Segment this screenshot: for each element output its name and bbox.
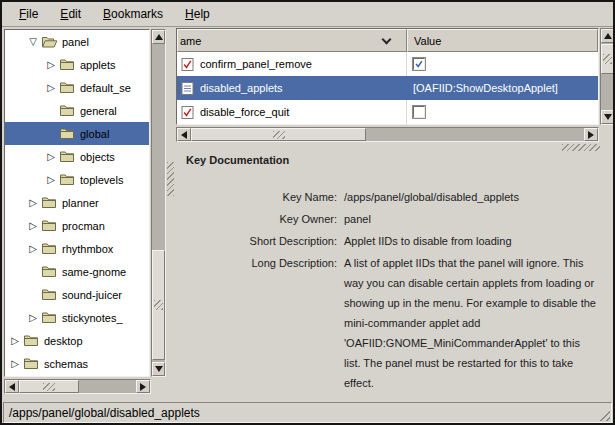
tree-item-general[interactable]: general: [5, 99, 149, 122]
resize-grip-icon[interactable]: [595, 406, 610, 421]
tree-item-toplevels[interactable]: ▷toplevels: [5, 168, 149, 191]
vertical-pane-splitter[interactable]: [167, 162, 174, 196]
scroll-right-button[interactable]: [136, 380, 150, 393]
expander-closed-icon[interactable]: ▷: [43, 152, 59, 162]
tree-item-planner[interactable]: ▷planner: [5, 191, 149, 214]
key-documentation-panel: Key Documentation Key Name:/apps/panel/g…: [176, 152, 612, 395]
table-row-disabled_applets[interactable]: disabled_applets[OAFIID:ShowDesktopApple…: [177, 76, 598, 100]
boolean-key-icon: [181, 57, 195, 72]
table-body: confirm_panel_removedisabled_applets[OAF…: [177, 52, 598, 124]
menu-bookmarks[interactable]: Bookmarks: [94, 4, 172, 24]
tree-item-label: panel: [61, 36, 89, 48]
tree-item-schemas[interactable]: ▷schemas: [5, 352, 149, 375]
table-vertical-scrollbar[interactable]: [600, 28, 615, 125]
menu-file[interactable]: File: [10, 4, 47, 24]
scroll-left-button[interactable]: [177, 128, 191, 141]
checkbox-unchecked[interactable]: [413, 106, 425, 118]
table-row-disable_force_quit[interactable]: disable_force_quit: [177, 100, 598, 124]
key-documentation-title: Key Documentation: [186, 154, 612, 166]
folder-icon: [41, 196, 61, 209]
tree-item-default_se[interactable]: ▷default_se: [5, 76, 149, 99]
doc-field: Short Description:Applet IIDs to disable…: [176, 231, 612, 251]
menu-help[interactable]: Help: [176, 4, 219, 24]
scroll-up-button[interactable]: [601, 29, 614, 43]
expander-closed-icon[interactable]: ▷: [25, 221, 41, 231]
expander-closed-icon[interactable]: ▷: [7, 336, 23, 346]
doc-field-label: Key Owner:: [176, 209, 344, 229]
right-arrow-icon: [588, 131, 594, 139]
tree-item-label: same-gnome: [61, 266, 126, 278]
tree-horizontal-scrollbar[interactable]: [4, 379, 151, 394]
expander-open-icon[interactable]: ▽: [25, 37, 41, 47]
table-row-confirm_panel_remove[interactable]: confirm_panel_remove: [177, 52, 598, 76]
tree-item-same-gnome[interactable]: same-gnome: [5, 260, 149, 283]
doc-field-label: Long Description:: [176, 253, 344, 393]
left-arrow-icon: [181, 131, 187, 139]
folder-icon: [59, 81, 79, 94]
tree-item-applets[interactable]: ▷applets: [5, 53, 149, 76]
column-header-value[interactable]: Value: [407, 29, 598, 52]
tree-item-procman[interactable]: ▷procman: [5, 214, 149, 237]
tree-item-label: procman: [61, 220, 105, 232]
down-arrow-icon: [604, 114, 612, 120]
down-arrow-icon: [155, 366, 163, 372]
scroll-left-button[interactable]: [5, 380, 19, 393]
sort-chevron-icon[interactable]: [382, 34, 392, 44]
doc-field: Key Owner:panel: [176, 209, 612, 229]
tree-item-rhythmbox[interactable]: ▷rhythmbox: [5, 237, 149, 260]
expander-closed-icon[interactable]: ▷: [25, 313, 41, 323]
column-header-name[interactable]: ame: [177, 29, 407, 52]
folder-icon: [59, 127, 79, 140]
thumb-grip-icon: [154, 300, 163, 310]
expander-closed-icon[interactable]: ▷: [43, 60, 59, 70]
horizontal-pane-splitter[interactable]: [562, 144, 600, 151]
tree-vertical-scrollbar[interactable]: [151, 29, 166, 377]
expander-closed-icon[interactable]: ▷: [25, 244, 41, 254]
scrollbar-thumb[interactable]: [19, 380, 79, 393]
expander-closed-icon[interactable]: ▷: [43, 175, 59, 185]
thumb-grip-icon: [43, 383, 55, 391]
config-tree[interactable]: ▽panel▷applets▷default_segeneralglobal▷o…: [4, 29, 150, 377]
tree-item-desktop[interactable]: ▷desktop: [5, 329, 149, 352]
scrollbar-thumb[interactable]: [152, 250, 165, 360]
scrollbar-thumb[interactable]: [601, 44, 614, 74]
key-table: ame Value confirm_panel_removedisabled_a…: [176, 28, 599, 125]
doc-field-value: /apps/panel/global/disabled_applets: [344, 187, 596, 207]
expander-closed-icon[interactable]: ▷: [25, 198, 41, 208]
key-name-label: confirm_panel_remove: [200, 58, 312, 70]
tree-item-label: global: [79, 128, 109, 140]
scroll-right-button[interactable]: [584, 128, 598, 141]
key-value-text: [OAFIID:ShowDesktopApplet]: [413, 82, 558, 94]
tree-item-stickynotes_[interactable]: ▷stickynotes_: [5, 306, 149, 329]
table-horizontal-scrollbar[interactable]: [176, 127, 599, 142]
key-name-cell: confirm_panel_remove: [177, 52, 407, 76]
checkbox-checked[interactable]: [413, 58, 425, 70]
scroll-up-button[interactable]: [152, 30, 165, 44]
up-arrow-icon: [155, 34, 163, 40]
tree-item-objects[interactable]: ▷objects: [5, 145, 149, 168]
menu-edit[interactable]: Edit: [51, 4, 90, 24]
folder-icon: [41, 311, 61, 324]
left-arrow-icon: [9, 383, 15, 391]
column-header-value-label: Value: [414, 35, 441, 47]
expander-closed-icon[interactable]: ▷: [43, 83, 59, 93]
scroll-down-button[interactable]: [152, 362, 165, 376]
menu-bar: FileEditBookmarksHelp: [2, 2, 613, 27]
tree-item-sound-juicer[interactable]: sound-juicer: [5, 283, 149, 306]
list-key-icon: [181, 81, 195, 96]
boolean-key-icon: [181, 105, 195, 120]
expander-closed-icon[interactable]: ▷: [7, 359, 23, 369]
scroll-down-button[interactable]: [601, 110, 614, 124]
tree-item-label: desktop: [43, 335, 83, 347]
tree-item-label: stickynotes_: [61, 312, 123, 324]
folder-icon: [23, 334, 43, 347]
folder-icon: [59, 104, 79, 117]
tree-item-global[interactable]: global: [5, 122, 149, 145]
key-documentation-fields: Key Name:/apps/panel/global/disabled_app…: [176, 187, 612, 393]
folder-icon: [41, 242, 61, 255]
tree-item-panel[interactable]: ▽panel: [5, 30, 149, 53]
doc-field-value: A list of applet IIDs that the panel wil…: [344, 253, 596, 393]
column-header-name-label: ame: [180, 35, 201, 47]
tree-item-label: default_se: [79, 82, 131, 94]
scrollbar-thumb[interactable]: [191, 128, 366, 141]
